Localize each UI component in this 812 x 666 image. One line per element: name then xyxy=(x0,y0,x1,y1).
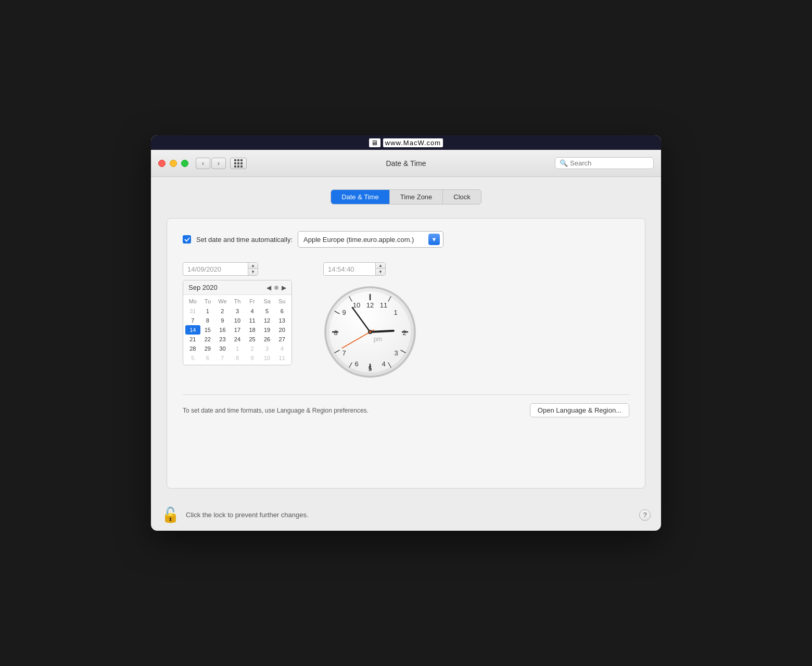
cal-cell[interactable]: 1 xyxy=(230,344,245,353)
day-label-mo: Mo xyxy=(185,297,200,305)
auto-checkbox[interactable] xyxy=(183,235,191,244)
calendar-month: Sep 2020 xyxy=(188,284,267,291)
svg-text:3: 3 xyxy=(394,349,398,357)
date-field[interactable]: 14/09/2020 ▲ ▼ xyxy=(183,262,258,276)
cal-cell[interactable]: 23 xyxy=(215,335,230,344)
cal-cell[interactable]: 13 xyxy=(274,316,289,325)
cal-cell[interactable]: 8 xyxy=(230,353,245,363)
cal-cell[interactable]: 3 xyxy=(260,344,275,353)
svg-text:10: 10 xyxy=(353,301,360,309)
calendar-next[interactable]: ▶ xyxy=(282,284,286,291)
svg-line-27 xyxy=(370,331,394,332)
calendar-row-3: 21 22 23 24 25 26 27 xyxy=(185,335,289,344)
cal-cell[interactable]: 9 xyxy=(245,353,260,363)
cal-cell[interactable]: 11 xyxy=(274,353,289,363)
svg-point-31 xyxy=(369,331,371,333)
cal-cell[interactable]: 2 xyxy=(215,306,230,316)
cal-cell[interactable]: 19 xyxy=(260,325,275,335)
svg-text:1: 1 xyxy=(394,309,397,316)
search-icon: 🔍 xyxy=(560,159,568,167)
lock-icon[interactable]: 🔓 xyxy=(161,506,180,523)
calendar-row-0: 31 1 2 3 4 5 6 xyxy=(185,306,289,316)
cal-cell[interactable]: 31 xyxy=(185,306,200,316)
cal-cell[interactable]: 20 xyxy=(274,325,289,335)
minimize-button[interactable] xyxy=(170,160,177,167)
search-input[interactable] xyxy=(570,159,649,167)
close-button[interactable] xyxy=(158,160,166,167)
cal-cell[interactable]: 29 xyxy=(200,344,215,353)
svg-text:7: 7 xyxy=(342,349,346,357)
cal-cell[interactable]: 18 xyxy=(245,325,260,335)
auto-row: Set date and time automatically: Apple E… xyxy=(183,231,629,248)
cal-cell[interactable]: 30 xyxy=(215,344,230,353)
cal-cell-selected[interactable]: 14 xyxy=(185,325,200,335)
calendar-row-1: 7 8 9 10 11 12 13 xyxy=(185,316,289,325)
grid-icon xyxy=(234,159,243,168)
calendar-nav: ◀ ▶ xyxy=(267,284,286,291)
cal-cell[interactable]: 10 xyxy=(260,353,275,363)
bottom-bar: 🔓 Click the lock to prevent further chan… xyxy=(151,499,661,531)
cal-cell[interactable]: 10 xyxy=(230,316,245,325)
cal-cell[interactable]: 7 xyxy=(185,316,200,325)
cal-cell[interactable]: 22 xyxy=(200,335,215,344)
calendar-header: Sep 2020 ◀ ▶ xyxy=(183,280,291,295)
cal-cell[interactable]: 11 xyxy=(245,316,260,325)
cal-cell[interactable]: 3 xyxy=(230,306,245,316)
tab-time-zone[interactable]: Time Zone xyxy=(390,190,443,204)
calendar: Sep 2020 ◀ ▶ Mo Tu We xyxy=(183,280,292,365)
forward-button[interactable]: › xyxy=(211,158,226,169)
cal-cell[interactable]: 1 xyxy=(200,306,215,316)
cal-cell[interactable]: 28 xyxy=(185,344,200,353)
calendar-today-dot[interactable] xyxy=(274,286,278,290)
time-up-button[interactable]: ▲ xyxy=(376,263,385,269)
date-stepper[interactable]: ▲ ▼ xyxy=(248,263,258,275)
cal-cell[interactable]: 27 xyxy=(274,335,289,344)
cal-cell[interactable]: 7 xyxy=(215,353,230,363)
date-up-button[interactable]: ▲ xyxy=(248,263,258,269)
date-down-button[interactable]: ▼ xyxy=(248,269,258,275)
search-bar[interactable]: 🔍 xyxy=(555,157,654,169)
watermark-text: www.MacW.com xyxy=(383,138,443,147)
calendar-row-2: 14 15 16 17 18 19 20 xyxy=(185,325,289,335)
cal-cell[interactable]: 6 xyxy=(274,306,289,316)
time-stepper[interactable]: ▲ ▼ xyxy=(375,263,385,275)
time-down-button[interactable]: ▼ xyxy=(376,269,385,275)
analog-clock: 12 1 2 3 4 5 6 7 8 9 10 11 xyxy=(323,285,417,379)
main-panel: Set date and time automatically: Apple E… xyxy=(167,218,645,489)
cal-cell[interactable]: 12 xyxy=(260,316,275,325)
time-value: 14:54:40 xyxy=(324,263,375,275)
cal-cell[interactable]: 15 xyxy=(200,325,215,335)
svg-text:9: 9 xyxy=(342,309,346,316)
cal-cell[interactable]: 21 xyxy=(185,335,200,344)
open-language-region-button[interactable]: Open Language & Region... xyxy=(530,403,629,417)
cal-cell[interactable]: 17 xyxy=(230,325,245,335)
cal-cell[interactable]: 5 xyxy=(260,306,275,316)
back-button[interactable]: ‹ xyxy=(196,158,210,169)
cal-cell[interactable]: 26 xyxy=(260,335,275,344)
cal-cell[interactable]: 4 xyxy=(274,344,289,353)
maximize-button[interactable] xyxy=(181,160,188,167)
calendar-prev[interactable]: ◀ xyxy=(267,284,271,291)
cal-cell[interactable]: 9 xyxy=(215,316,230,325)
calendar-section: 14/09/2020 ▲ ▼ Sep 2020 ◀ ▶ xyxy=(183,262,292,365)
day-label-su: Su xyxy=(274,297,289,305)
cal-cell[interactable]: 5 xyxy=(185,353,200,363)
svg-text:11: 11 xyxy=(380,301,387,309)
tab-date-time[interactable]: Date & Time xyxy=(331,190,389,204)
day-label-th: Th xyxy=(230,297,245,305)
tab-clock[interactable]: Clock xyxy=(443,190,481,204)
time-section: 14:54:40 ▲ ▼ xyxy=(323,262,417,379)
titlebar: ‹ › Date & Time 🔍 xyxy=(151,150,661,177)
cal-cell[interactable]: 4 xyxy=(245,306,260,316)
cal-cell[interactable]: 25 xyxy=(245,335,260,344)
grid-button[interactable] xyxy=(230,158,247,169)
cal-cell[interactable]: 8 xyxy=(200,316,215,325)
help-button[interactable]: ? xyxy=(639,509,651,521)
server-dropdown[interactable]: Apple Europe (time.euro.apple.com.) ▼ xyxy=(298,231,443,248)
cal-cell[interactable]: 24 xyxy=(230,335,245,344)
cal-cell[interactable]: 16 xyxy=(215,325,230,335)
time-field[interactable]: 14:54:40 ▲ ▼ xyxy=(323,262,386,276)
svg-text:12: 12 xyxy=(366,301,374,309)
cal-cell[interactable]: 2 xyxy=(245,344,260,353)
cal-cell[interactable]: 6 xyxy=(200,353,215,363)
